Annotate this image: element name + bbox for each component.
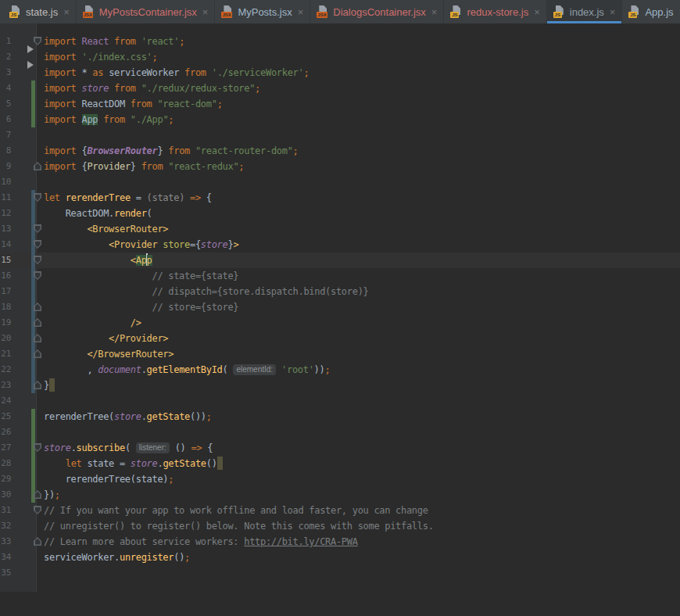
code-line[interactable]: 16 // state={state} [0, 268, 680, 284]
code-text[interactable]: // Learn more about service workers: htt… [38, 534, 680, 550]
code-line[interactable]: 19 /> [0, 315, 680, 331]
code-text[interactable]: , document.getElementById( elementId: 'r… [38, 362, 680, 378]
code-text[interactable]: // unregister() to register() below. Not… [38, 518, 680, 534]
code-line[interactable]: 10 [0, 174, 680, 190]
fold-marker-icon[interactable] [34, 537, 41, 546]
code-line[interactable]: 27store.subscribe( listener: () => { [0, 440, 680, 456]
fold-marker-icon[interactable] [34, 381, 41, 389]
code-text[interactable]: import ReactDOM from "react-dom"; [38, 96, 680, 112]
code-text[interactable] [38, 565, 680, 581]
tab-myposts.jsx[interactable]: JSX MyPosts.jsx × [215, 0, 310, 23]
fold-marker-icon[interactable] [34, 162, 41, 170]
fold-marker-icon[interactable] [34, 506, 41, 514]
code-text[interactable]: let rerenderTree = (state) => { [38, 190, 680, 206]
code-text[interactable]: import {Provider} from "react-redux"; [38, 159, 680, 174]
fold-marker-icon[interactable] [34, 271, 41, 280]
code-line[interactable]: 24 [0, 393, 680, 409]
tab-redux-store.js[interactable]: JS redux-store.js × [444, 0, 546, 23]
code-line[interactable]: 20 </Provider> [0, 331, 680, 346]
code-line[interactable]: 11let rerenderTree = (state) => { [0, 190, 680, 206]
code-line[interactable]: 15 <App [0, 252, 680, 268]
code-text[interactable]: } [38, 378, 680, 393]
code-text[interactable] [38, 174, 680, 190]
code-text[interactable] [38, 127, 680, 143]
code-editor[interactable]: 1import React from 'react';2import './in… [0, 23, 680, 592]
code-text[interactable]: <BrowserRouter> [38, 221, 680, 237]
code-line[interactable]: 1import React from 'react'; [0, 34, 680, 49]
fold-marker-icon[interactable] [34, 443, 41, 452]
code-line[interactable]: 25rerenderTree(store.getState()); [0, 409, 680, 424]
code-line[interactable]: 31// If you want your app to work offlin… [0, 503, 680, 518]
code-text[interactable]: // dispatch={store.dispatch.bind(store)} [38, 284, 680, 299]
code-text[interactable]: <Provider store={store}> [38, 237, 680, 252]
code-text[interactable]: import {BrowserRouter} from "react-route… [38, 143, 680, 159]
code-line[interactable]: 12 ReactDOM.render( [0, 206, 680, 221]
code-line[interactable]: 28 let state = store.getState() [0, 456, 680, 471]
fold-marker-icon[interactable] [34, 490, 41, 499]
code-line[interactable]: 13 <BrowserRouter> [0, 221, 680, 237]
code-line[interactable]: 4import store from "./redux/redux-store"… [0, 81, 680, 96]
code-line[interactable]: 8import {BrowserRouter} from "react-rout… [0, 143, 680, 159]
code-line[interactable]: 35 [0, 565, 680, 581]
tab-close-icon[interactable]: × [610, 6, 616, 18]
tab-dialogscontainer.jsx[interactable]: JSX DialogsContainer.jsx × [310, 0, 444, 23]
code-line[interactable]: 29 rerenderTree(state); [0, 471, 680, 487]
code-text[interactable]: // If you want your app to work offline … [38, 503, 680, 518]
code-text[interactable]: // store={store} [38, 299, 680, 315]
tab-state.js[interactable]: JS state.js × [3, 0, 77, 23]
tab-index.js-active[interactable]: JS index.js × [547, 0, 623, 23]
fold-marker-icon[interactable] [34, 240, 41, 249]
code-text[interactable]: import React from 'react'; [38, 34, 680, 49]
code-text[interactable] [38, 424, 680, 440]
code-text[interactable]: </Provider> [38, 331, 680, 346]
fold-marker-icon[interactable] [34, 37, 41, 45]
tab-app.js[interactable]: JS App.js × [622, 0, 680, 23]
code-line[interactable]: 26 [0, 424, 680, 440]
code-line[interactable]: 32// unregister() to register() below. N… [0, 518, 680, 534]
fold-marker-icon[interactable] [34, 256, 41, 264]
tab-close-icon[interactable]: × [534, 6, 540, 18]
code-text[interactable]: serviceWorker.unregister(); [38, 550, 680, 565]
tab-close-icon[interactable]: × [63, 6, 70, 18]
tab-mypostscontainer.jsx[interactable]: JSX MyPostsContainer.jsx × [77, 0, 216, 23]
code-line[interactable]: 9import {Provider} from "react-redux"; [0, 159, 680, 174]
code-line[interactable]: 6import App from "./App"; [0, 112, 680, 127]
code-line[interactable]: 14 <Provider store={store}> [0, 237, 680, 252]
code-text[interactable]: import store from "./redux/redux-store"; [38, 81, 680, 96]
code-line[interactable]: 21 </BrowserRouter> [0, 346, 680, 362]
tab-close-icon[interactable]: × [298, 6, 304, 18]
fold-marker-icon[interactable] [34, 334, 41, 342]
tab-close-icon[interactable]: × [431, 6, 438, 18]
tab-close-icon[interactable]: × [202, 6, 209, 18]
fold-marker-icon[interactable] [34, 318, 41, 327]
fold-marker-icon[interactable] [34, 349, 41, 358]
fold-marker-icon[interactable] [34, 193, 41, 202]
code-line[interactable]: 7 [0, 127, 680, 143]
code-line[interactable]: 3import * as serviceWorker from './servi… [0, 65, 680, 81]
code-text[interactable]: ReactDOM.render( [38, 206, 680, 221]
code-line[interactable]: 17 // dispatch={store.dispatch.bind(stor… [0, 284, 680, 299]
code-text[interactable]: </BrowserRouter> [38, 346, 680, 362]
code-text[interactable]: store.subscribe( listener: () => { [38, 440, 680, 456]
code-line[interactable]: 5import ReactDOM from "react-dom"; [0, 96, 680, 112]
code-line[interactable]: 30}); [0, 487, 680, 503]
code-text[interactable]: /> [38, 315, 680, 331]
code-text[interactable]: import './index.css'; [38, 49, 680, 65]
code-line[interactable]: 18 // store={store} [0, 299, 680, 315]
code-text[interactable] [38, 393, 680, 409]
code-line[interactable]: 2import './index.css'; [0, 49, 680, 65]
code-text[interactable]: rerenderTree(state); [38, 471, 680, 487]
code-line[interactable]: 34serviceWorker.unregister(); [0, 550, 680, 565]
code-text[interactable]: }); [38, 487, 680, 503]
code-line[interactable]: 23} [0, 378, 680, 393]
code-text[interactable]: let state = store.getState() [38, 456, 680, 471]
code-text[interactable]: // state={state} [38, 268, 680, 284]
code-text[interactable]: <App [38, 252, 680, 268]
fold-marker-icon[interactable] [34, 303, 41, 311]
code-text[interactable]: rerenderTree(store.getState()); [38, 409, 680, 424]
code-text[interactable]: import App from "./App"; [38, 112, 680, 127]
code-line[interactable]: 33// Learn more about service workers: h… [0, 534, 680, 550]
fold-marker-icon[interactable] [34, 224, 41, 233]
code-text[interactable]: import * as serviceWorker from './servic… [38, 65, 680, 81]
code-line[interactable]: 22 , document.getElementById( elementId:… [0, 362, 680, 378]
